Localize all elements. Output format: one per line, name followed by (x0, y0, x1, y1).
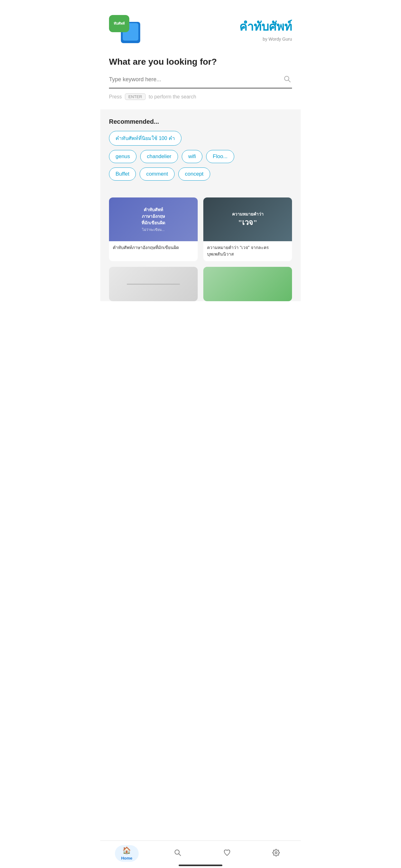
search-heading: What are you looking for? (109, 57, 292, 67)
tags-row-1: คำทับศัพท์ที่นิยมใช้ 100 คำ (109, 131, 292, 146)
app-logo: ทับศัพท์ (109, 15, 140, 43)
svg-point-0 (285, 76, 289, 81)
card-2-img-quote: "เวจ" (232, 217, 264, 228)
enter-key-badge: ENTER (125, 93, 145, 100)
nav-settings[interactable] (266, 848, 286, 860)
app-subtitle: by Wordy Guru (239, 36, 292, 41)
app-title: คำทับศัพท์ (239, 17, 292, 36)
partial-card-2-image (203, 267, 292, 301)
nav-search-icon (174, 849, 181, 858)
logo-green-box: ทับศัพท์ (109, 15, 129, 32)
search-section: What are you looking for? Press ENTER to… (100, 51, 301, 103)
card-1-title: คำทับศัพท์ภาษาอังกฤษที่มักเขียนผิด (109, 241, 198, 255)
articles-grid-partial (109, 267, 292, 301)
tag-concept[interactable]: concept (178, 167, 210, 181)
recommended-title: Recommended... (109, 118, 292, 125)
card-1-img-text: คำทับศัพท์ภาษาอังกฤษที่มักเขียนผิด (141, 207, 165, 226)
card-1-image: คำทับศัพท์ภาษาอังกฤษที่มักเขียนผิด ไม่ว่… (109, 197, 198, 241)
articles-grid: คำทับศัพท์ภาษาอังกฤษที่มักเขียนผิด ไม่ว่… (109, 197, 292, 261)
tag-popular-100[interactable]: คำทับศัพท์ที่นิยมใช้ 100 คำ (109, 131, 181, 146)
svg-line-3 (179, 854, 181, 856)
card-2-image: ความหมายคำว่า "เวจ" (203, 197, 292, 241)
tag-floo[interactable]: Floo... (206, 150, 234, 163)
tags-row-3: Buffet comment concept (109, 167, 292, 181)
search-icon (284, 75, 291, 83)
nav-home[interactable]: 🏠 Home (115, 845, 139, 862)
articles-section: คำทับศัพท์ภาษาอังกฤษที่มักเขียนผิด ไม่ว่… (100, 191, 301, 301)
logo-icon-text: ทับศัพท์ (114, 22, 125, 26)
header-title-area: คำทับศัพท์ by Wordy Guru (239, 17, 292, 41)
nav-favorites[interactable] (217, 848, 237, 860)
partial-card-1-image (109, 267, 198, 301)
nav-home-label: Home (121, 856, 132, 861)
card-1-img-sub: ไม่ว่าจะเขียน... (141, 227, 165, 232)
partial-card-1[interactable] (109, 267, 198, 301)
search-hint: Press ENTER to perform the search (109, 93, 292, 100)
tag-wifi[interactable]: wifi (182, 150, 203, 163)
nav-search[interactable] (168, 848, 188, 860)
card-2-title: ความหมายคำว่า "เวจ" จากละครบุพเพสันนิวาส (203, 241, 292, 261)
hint-action-text: to perform the search (149, 94, 196, 100)
card-2-img-text: ความหมายคำว่า (232, 211, 264, 217)
gear-icon (272, 849, 280, 858)
tag-chandelier[interactable]: chandelier (140, 150, 178, 163)
tag-genus[interactable]: genus (109, 150, 136, 163)
tags-row-2: genus chandelier wifi Floo... (109, 150, 292, 163)
home-icon: 🏠 (123, 846, 131, 855)
recommended-section: Recommended... คำทับศัพท์ที่นิยมใช้ 100 … (100, 110, 301, 191)
article-card-1[interactable]: คำทับศัพท์ภาษาอังกฤษที่มักเขียนผิด ไม่ว่… (109, 197, 198, 261)
partial-card-2[interactable] (203, 267, 292, 301)
svg-point-2 (175, 850, 179, 854)
article-card-2[interactable]: ความหมายคำว่า "เวจ" ความหมายคำว่า "เวจ" … (203, 197, 292, 261)
search-input-wrapper (109, 74, 292, 88)
search-icon-button[interactable] (282, 74, 292, 85)
bottom-nav: 🏠 Home (100, 840, 301, 868)
search-input[interactable] (109, 76, 282, 83)
home-indicator (179, 865, 222, 866)
tag-comment[interactable]: comment (140, 167, 175, 181)
heart-icon (223, 849, 231, 858)
svg-line-1 (288, 80, 291, 82)
header: ทับศัพท์ คำทับศัพท์ by Wordy Guru (100, 0, 301, 51)
svg-point-4 (275, 852, 277, 854)
tag-buffet[interactable]: Buffet (109, 167, 136, 181)
hint-press-text: Press (109, 94, 122, 100)
